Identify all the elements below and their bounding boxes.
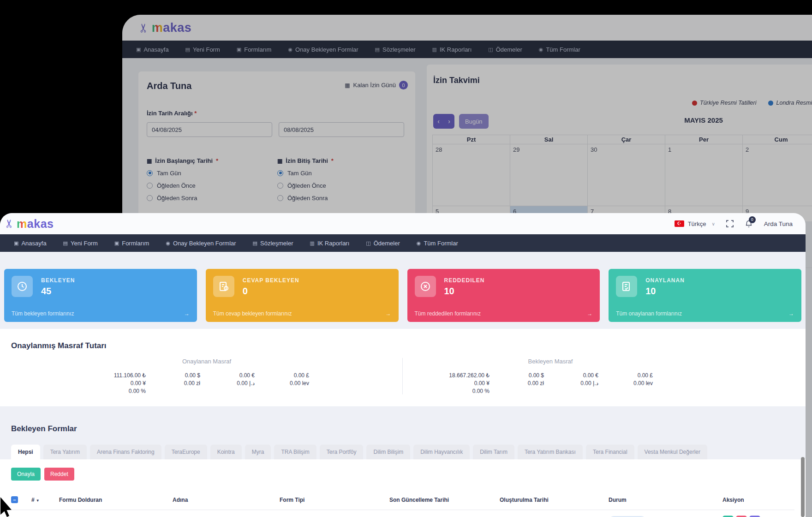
makas-logo[interactable]: ✂ makas — [139, 21, 191, 35]
calendar-month-label: MAYIS 2025 — [684, 116, 723, 124]
end-date-input[interactable]: 08/08/2025 — [279, 122, 404, 137]
start-date-input[interactable]: 04/08/2025 — [147, 122, 272, 137]
column-header-id[interactable]: #▼ — [31, 497, 59, 503]
radio-button-icon[interactable] — [277, 183, 283, 189]
nav-item[interactable]: ▥ IK Raporları — [310, 240, 350, 247]
radio-button-icon[interactable] — [147, 170, 153, 176]
table-header-row: − #▼ Formu Dolduran Adına Form Tipi Son … — [11, 496, 794, 510]
company-tab[interactable]: Hepsi — [11, 445, 40, 459]
radio-option[interactable]: Öğleden Sonra — [147, 194, 277, 202]
company-tab[interactable]: Dilim Tarım — [473, 445, 514, 459]
cevap-bekleyen-card[interactable]: CEVAP BEKLEYEN 0 Tüm cevap bekleyen form… — [206, 269, 399, 322]
column-header-son-guncelleme[interactable]: Son Güncelleme Tarihi — [389, 497, 500, 503]
company-tab[interactable]: Myra — [245, 445, 271, 459]
sort-desc-icon[interactable]: ▼ — [36, 499, 40, 503]
radio-button-icon[interactable] — [277, 170, 283, 176]
day-header: Cum — [742, 135, 812, 144]
nav-item[interactable]: ◉ Tüm Formlar — [417, 240, 458, 247]
nav-item-label: Tüm Formlar — [424, 240, 458, 247]
table-row[interactable]: 38441 - Fatih Ayaz Yıllık İzin - 06/05/2… — [11, 510, 794, 517]
company-tab[interactable]: TRA Bilişim — [274, 445, 316, 459]
column-header-adina[interactable]: Adına — [173, 497, 280, 503]
turkish-flag-icon: ☪ — [675, 220, 684, 227]
vertical-scrollbar[interactable] — [801, 457, 805, 517]
amount-value: 0.00 % — [98, 388, 152, 394]
company-tab[interactable]: Dilim Hayvancılık — [413, 445, 470, 459]
card-value: 0 — [243, 286, 299, 297]
amount-value: 0.00 د.إ — [550, 380, 605, 386]
calendar-day-cell[interactable]: 29 — [510, 144, 587, 206]
today-button[interactable]: Bugün — [459, 114, 489, 129]
arrow-right-icon[interactable]: → — [788, 310, 794, 317]
nav-item[interactable]: ▤ Yeni Form — [185, 46, 220, 53]
company-tab[interactable]: Kointra — [210, 445, 242, 459]
approve-button[interactable]: Onayla — [11, 468, 41, 481]
arrow-right-icon[interactable]: → — [386, 310, 391, 317]
company-tab[interactable]: Tera Portföy — [320, 445, 364, 459]
radio-option[interactable]: Öğleden Önce — [147, 182, 277, 189]
approved-expense-subtitle: Onaylanan Masraf — [11, 358, 402, 365]
radio-button-icon[interactable] — [147, 183, 153, 189]
company-tab[interactable]: TeraEurope — [165, 445, 207, 459]
nav-item[interactable]: ▤ Sözleşmeler — [253, 240, 293, 247]
card-footer-link[interactable]: Tüm bekleyen formlarınız — [12, 310, 74, 317]
nav-item[interactable]: ▣ Anasayfa — [136, 46, 169, 53]
card-footer-link[interactable]: Tüm onaylanan formlarınız — [616, 310, 682, 317]
company-tab[interactable]: Tera Yatırım Bankası — [518, 445, 583, 459]
column-header-durum[interactable]: Durum — [609, 497, 722, 503]
calendar-day-cell[interactable]: 2 — [742, 144, 812, 206]
notifications-button[interactable]: 0 — [745, 220, 753, 228]
nav-item[interactable]: ▣ Formlarım — [237, 46, 272, 53]
column-header-formu-dolduran[interactable]: Formu Dolduran — [59, 497, 173, 503]
radio-option[interactable]: Tam Gün — [147, 169, 277, 177]
fullscreen-button[interactable] — [726, 220, 734, 227]
nav-item[interactable]: ◉ Onay Bekleyen Formlar — [288, 46, 358, 53]
next-month-button[interactable]: › — [444, 114, 454, 129]
calendar-title: İzin Takvimi — [433, 76, 812, 85]
user-menu[interactable]: Arda Tuna — [764, 220, 793, 227]
company-tabs: HepsiTera YatırımArena Finans FaktoringT… — [11, 445, 801, 459]
company-tab[interactable]: Tera Financial — [586, 445, 634, 459]
company-tab[interactable]: Tera Yatırım — [43, 445, 87, 459]
calendar-day-cell[interactable]: 30 — [587, 144, 665, 206]
nav-item[interactable]: ▣ Formlarım — [114, 240, 149, 247]
nav-item[interactable]: ▤ Sözleşmeler — [375, 46, 416, 53]
company-tab[interactable]: Dilim Bilişim — [366, 445, 410, 459]
nav-item[interactable]: ◫ Ödemeler — [366, 240, 400, 247]
prev-month-button[interactable]: ‹ — [433, 114, 444, 129]
nav-item[interactable]: ◉ Onay Bekleyen Formlar — [166, 240, 236, 247]
language-selector[interactable]: ☪ Türkçe ∨ — [675, 220, 715, 227]
nav-item[interactable]: ◉ Tüm Formlar — [539, 46, 580, 53]
card-footer-link[interactable]: Tüm cevap bekleyen formlarınız — [213, 310, 292, 317]
calendar-day-cell[interactable]: 28 — [432, 144, 510, 206]
radio-option[interactable]: Öğleden Sonra — [277, 194, 408, 202]
makas-logo[interactable]: ✂ makas — [5, 217, 54, 231]
company-tab[interactable]: Arena Finans Faktoring — [90, 445, 161, 459]
day-header: Per — [665, 135, 742, 144]
approved-expense-amounts: 111.106.00 ₺0.00 $0.00 €0.00 £0.00 ¥0.00… — [11, 372, 402, 394]
radio-option[interactable]: Öğleden Önce — [277, 182, 408, 189]
pending-expense-subtitle: Bekleyen Masraf — [403, 358, 698, 365]
reddedilen-card[interactable]: REDDEDILEN 10 Tüm reddedilen formlarınız… — [407, 269, 600, 322]
onaylanan-card[interactable]: ONAYLANAN 10 Tüm onaylanan formlarınız → — [609, 269, 801, 322]
bekleyen-card[interactable]: BEKLEYEN 45 Tüm bekleyen formlarınız → — [4, 269, 197, 322]
bg-app-header: ✂ makas — [122, 15, 812, 41]
reject-button[interactable]: Reddet — [44, 468, 74, 481]
radio-option[interactable]: Tam Gün — [277, 169, 408, 177]
radio-button-icon[interactable] — [277, 195, 283, 201]
nav-item[interactable]: ▤ Yeni Form — [63, 240, 98, 247]
pending-forms-table: − #▼ Formu Dolduran Adına Form Tipi Son … — [11, 496, 794, 517]
calendar-day-cell[interactable]: 1 — [665, 144, 742, 206]
card-footer-link[interactable]: Tüm reddedilen formlarınız — [415, 310, 481, 317]
remaining-leave-days: ▦ Kalan İzin Günü 0 — [345, 81, 408, 89]
nav-item[interactable]: ▥ IK Raporları — [432, 46, 472, 53]
arrow-right-icon[interactable]: → — [184, 310, 190, 317]
legend-label: Londra Resmi Tatilleri — [776, 100, 812, 106]
arrow-right-icon[interactable]: → — [587, 310, 592, 317]
column-header-form-tipi[interactable]: Form Tipi — [280, 497, 389, 503]
company-tab[interactable]: Vesta Menkul Değerler — [638, 445, 707, 459]
column-header-olusturulma[interactable]: Oluşturulma Tarihi — [500, 497, 609, 503]
nav-item[interactable]: ◫ Ödemeler — [488, 46, 522, 53]
radio-button-icon[interactable] — [147, 195, 153, 201]
nav-item[interactable]: ▣ Anasayfa — [14, 240, 47, 247]
